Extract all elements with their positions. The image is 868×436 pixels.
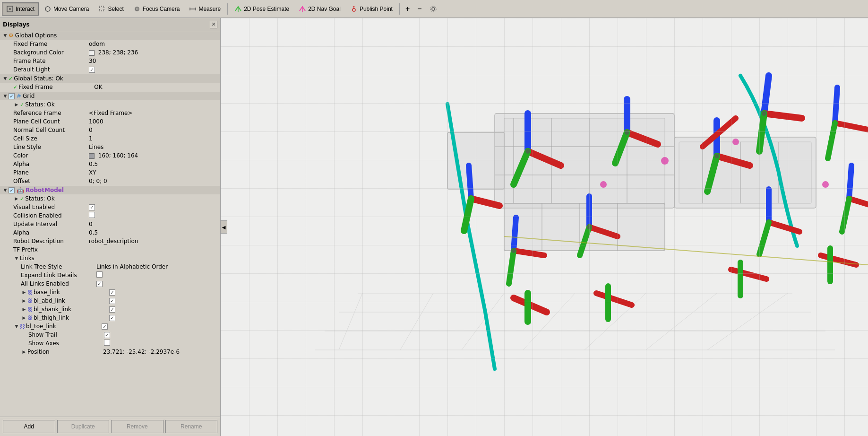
- empty-area: [0, 379, 220, 417]
- bl-thigh-link-expander[interactable]: ▶: [21, 314, 27, 321]
- global-options-row[interactable]: ▼ ⚙ Global Options: [0, 31, 220, 40]
- interact-button[interactable]: Interact: [2, 2, 39, 16]
- pose-estimate-button[interactable]: 2D Pose Estimate: [230, 2, 293, 16]
- collision-enabled-checkbox[interactable]: [89, 212, 95, 218]
- robot-model-row[interactable]: ▼ 🤖 RobotModel: [0, 186, 220, 194]
- bl-shank-link-value: [109, 306, 220, 313]
- position-expander[interactable]: ▶: [21, 349, 27, 355]
- svg-point-14: [430, 6, 436, 12]
- remove-tool-button[interactable]: −: [414, 2, 425, 16]
- grid-expander[interactable]: ▼: [2, 93, 9, 99]
- grid-status-check-icon: ✓: [20, 102, 24, 108]
- select-icon: [98, 5, 106, 13]
- bl-toe-link-row[interactable]: ▼ ⛓ bl_toe_link: [0, 322, 220, 331]
- update-interval-label: Update Interval: [13, 221, 89, 227]
- robot-description-label: Robot Description: [13, 238, 89, 244]
- grid-status-expander[interactable]: ▶: [13, 101, 20, 108]
- robot-model-label: RobotModel: [26, 187, 101, 193]
- visual-enabled-value: [89, 204, 220, 210]
- remove-button[interactable]: Remove: [111, 420, 163, 433]
- global-status-row[interactable]: ▼ ✓ Global Status: Ok: [0, 74, 220, 83]
- pose-estimate-label: 2D Pose Estimate: [244, 6, 289, 12]
- settings-tool-button[interactable]: [426, 2, 440, 16]
- publish-point-button[interactable]: Publish Point: [346, 2, 397, 16]
- bl-toe-link-expander[interactable]: ▼: [13, 323, 20, 330]
- expand-link-details-checkbox[interactable]: [96, 271, 103, 278]
- focus-camera-button[interactable]: Focus Camera: [129, 2, 184, 16]
- tree-panel[interactable]: ▼ ⚙ Global Options Fixed Frame odom Back…: [0, 31, 220, 379]
- robot-model-expander[interactable]: ▼: [2, 187, 9, 193]
- reference-frame-label: Reference Frame: [13, 110, 89, 116]
- toolbar-separator: [227, 3, 228, 15]
- move-camera-button[interactable]: Move Camera: [40, 2, 93, 16]
- close-displays-button[interactable]: ✕: [210, 21, 217, 28]
- bl-shank-link-label: bl_shank_link: [34, 306, 109, 313]
- default-light-checkbox[interactable]: [89, 67, 95, 73]
- bl-toe-link-value: [102, 323, 220, 330]
- bl-abd-link-icon: ⛓: [27, 298, 33, 304]
- background-color-label: Background Color: [13, 49, 89, 56]
- global-status-check-icon: ✓: [9, 76, 13, 82]
- global-options-expander[interactable]: ▼: [2, 32, 9, 39]
- collision-enabled-value: [89, 212, 220, 219]
- grid-row[interactable]: ▼ # Grid: [0, 92, 220, 100]
- show-trail-checkbox[interactable]: [104, 332, 110, 338]
- bl-thigh-link-row[interactable]: ▶ ⛓ bl_thigh_link: [0, 314, 220, 322]
- select-button[interactable]: Select: [94, 2, 128, 16]
- position-label: Position: [27, 349, 103, 355]
- links-expander[interactable]: ▼: [13, 255, 20, 262]
- update-interval-value: 0: [89, 221, 220, 227]
- add-tool-button[interactable]: +: [402, 2, 413, 16]
- base-link-row[interactable]: ▶ ⛓ base_link: [0, 288, 220, 296]
- svg-point-5: [136, 8, 138, 9]
- base-link-expander[interactable]: ▶: [21, 289, 27, 296]
- all-links-enabled-checkbox[interactable]: [96, 281, 103, 287]
- position-row[interactable]: ▶ Position 23.721; -25.42; -2.2937e-6: [0, 348, 220, 356]
- base-link-checkbox[interactable]: [109, 289, 115, 296]
- base-link-label: base_link: [34, 289, 109, 296]
- reference-frame-row: Reference Frame <Fixed Frame>: [0, 109, 220, 117]
- plane-value: XY: [89, 169, 220, 176]
- viewport[interactable]: ◀: [221, 18, 868, 436]
- gs-fixed-frame-value: OK: [94, 84, 220, 90]
- show-axes-checkbox[interactable]: [104, 340, 110, 346]
- bl-shank-link-checkbox[interactable]: [109, 306, 115, 313]
- update-interval-row: Update Interval 0: [0, 220, 220, 228]
- bl-abd-link-checkbox[interactable]: [109, 298, 115, 304]
- bl-shank-link-row[interactable]: ▶ ⛓ bl_shank_link: [0, 305, 220, 314]
- collapse-panel-button[interactable]: ◀: [221, 220, 227, 234]
- bl-thigh-link-checkbox[interactable]: [109, 315, 115, 321]
- frame-rate-value: 30: [89, 58, 220, 64]
- bl-abd-link-row[interactable]: ▶ ⛓ bl_abd_link: [0, 296, 220, 305]
- bl-shank-link-expander[interactable]: ▶: [21, 306, 27, 313]
- default-light-row: Default Light: [0, 65, 220, 74]
- grid-color-value: 160; 160; 164: [89, 152, 220, 159]
- cell-size-label: Cell Size: [13, 135, 89, 142]
- robot-model-icon: 🤖: [17, 187, 24, 194]
- bl-toe-link-checkbox[interactable]: [102, 323, 108, 330]
- nav-goal-button[interactable]: 2D Nav Goal: [294, 2, 345, 16]
- nav-goal-label: 2D Nav Goal: [308, 6, 341, 12]
- link-tree-style-label: Link Tree Style: [21, 263, 96, 270]
- visual-enabled-checkbox[interactable]: [89, 204, 95, 210]
- add-button[interactable]: Add: [3, 420, 55, 433]
- left-panel: Displays ✕ ▼ ⚙ Global Options Fixed Fram…: [0, 18, 221, 436]
- duplicate-button[interactable]: Duplicate: [57, 420, 110, 433]
- bl-abd-link-expander[interactable]: ▶: [21, 297, 27, 304]
- svg-point-11: [352, 9, 355, 11]
- grid-label: Grid: [23, 93, 98, 99]
- global-status-expander[interactable]: ▼: [2, 75, 9, 82]
- collision-enabled-label: Collision Enabled: [13, 212, 89, 219]
- interact-icon: [6, 5, 14, 13]
- robot-model-checkbox[interactable]: [9, 187, 15, 193]
- link-tree-style-value: Links in Alphabetic Order: [96, 263, 220, 270]
- plane-label: Plane: [13, 169, 89, 176]
- robot-model-status-expander[interactable]: ▶: [13, 195, 20, 202]
- offset-label: Offset: [13, 178, 89, 184]
- rename-button[interactable]: Rename: [165, 420, 218, 433]
- focus-camera-label: Focus Camera: [143, 6, 180, 12]
- measure-button[interactable]: Measure: [185, 2, 225, 16]
- robot-alpha-row: Alpha 0.5: [0, 228, 220, 237]
- links-row[interactable]: ▼ Links: [0, 254, 220, 262]
- grid-checkbox[interactable]: [9, 93, 15, 99]
